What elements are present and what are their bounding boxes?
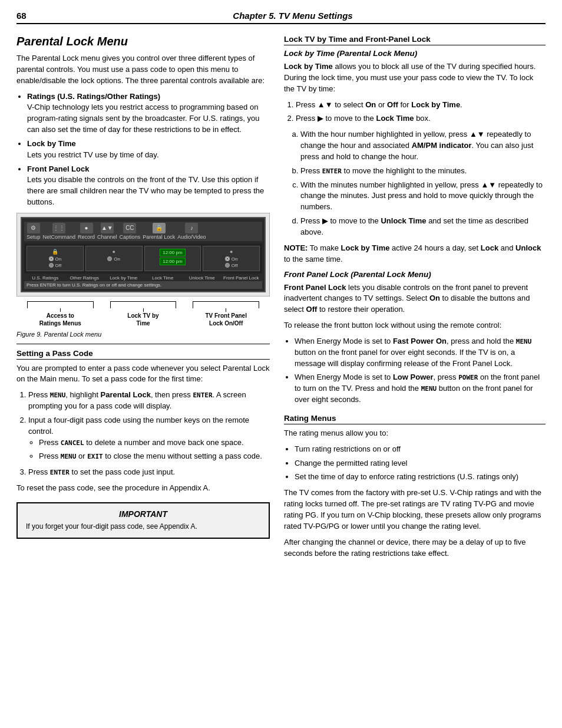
exit-key: EXIT: [87, 453, 103, 460]
enter-key-lbt: ENTER: [322, 167, 342, 175]
radio-on-other: [107, 256, 112, 261]
channel-icon: ▲▼: [101, 223, 114, 233]
radio-on: [49, 256, 54, 261]
label-us-ratings: U.S. Ratings: [27, 275, 64, 281]
label-other-ratings: Other Ratings: [66, 275, 104, 281]
content-area: Parental Lock Menu The Parental Lock men…: [16, 35, 546, 567]
sub-bullet-menu-exit: Press MENU or EXIT to close the menu wit…: [39, 451, 270, 462]
rating-menus-para2: After changing the channel or device, th…: [284, 537, 546, 559]
front-panel-toggle: On Off: [225, 256, 238, 268]
record-icon: ●: [80, 223, 93, 233]
menu-parental-lock: 🔒 Parental Lock: [143, 223, 175, 240]
passcode-steps: Press MENU, highlight Parental Lock, the…: [28, 390, 270, 478]
list-item: Front Panel Lock Lets you disable the co…: [27, 164, 270, 208]
lock-by-time-subtitle: Lock by Time (Parental Lock Menu): [284, 49, 546, 58]
lbt-step-2: Press ▶ to move to the Lock Time box.: [296, 113, 546, 124]
rm-bullet-3: Set the time of day to enforce rating re…: [295, 472, 546, 483]
lock-by-time-alpha-steps: With the hour number highlighted in yell…: [300, 129, 546, 238]
alpha-step-c: With the minutes number highlighted in y…: [300, 180, 546, 213]
figure-caption: Figure 9. Parental Lock menu: [16, 331, 270, 338]
bullet-list: Ratings (U.S. Ratings/Other Ratings) V-C…: [27, 91, 270, 208]
page: 68 Chapter 5. TV Menu Settings Parental …: [0, 0, 562, 728]
left-column: Parental Lock Menu The Parental Lock men…: [16, 35, 270, 567]
label-lock-time: Lock Time: [144, 275, 182, 281]
bracket-label-panel-main: TV Front Panel: [205, 312, 247, 319]
unlock-time-box: 12:00 pm: [160, 258, 185, 265]
tv-hint-text: Press ENTER to turn U.S. Ratings on or o…: [27, 282, 161, 288]
menu-key-fp2: MENU: [421, 385, 437, 393]
lock-tv-title: Lock TV by Time and Front-Panel Lock: [284, 35, 546, 45]
on-bold-fp: On: [429, 294, 440, 302]
tv-front-panel-lock: ● On Off: [203, 246, 260, 271]
tv-content-area: 🔒 On Off: [24, 243, 262, 274]
rating-menus-para1: The TV comes from the factory with pre-s…: [284, 487, 546, 532]
lock-by-time-intro: Lock by Time allows you to block all use…: [284, 61, 546, 95]
menu-audio-video: ♪ Audio/Video: [177, 223, 206, 240]
sub-bullet-cancel: Press CANCEL to delete a number and move…: [39, 437, 270, 449]
label-lock-by-time: Lock by Time: [105, 275, 143, 281]
bracket-label-panel-sub: Lock On/Off: [209, 320, 243, 327]
chapter-title: Chapter 5. TV Menu Settings: [40, 11, 546, 21]
note-label: NOTE:: [284, 243, 308, 252]
parental-lock-icon: 🔒: [153, 223, 166, 233]
bracket-diagram: Access to Ratings Menus Lock TV by Time: [16, 301, 270, 327]
tv-us-ratings: 🔒 On Off: [27, 246, 84, 271]
lock-time-box: 12:00 pm: [160, 249, 185, 256]
passcode-intro: You are prompted to enter a pass code wh…: [16, 363, 270, 386]
cancel-key: CANCEL: [61, 439, 84, 447]
off-bold-fp: Off: [306, 305, 318, 314]
tv-hint-bar: Press ENTER to turn U.S. Ratings on or o…: [24, 281, 262, 289]
menu-key-fp: MENU: [516, 338, 532, 345]
note-lbt-bold: Lock by Time: [341, 243, 390, 252]
radio-off: [49, 263, 54, 268]
list-item: Ratings (U.S. Ratings/Other Ratings) V-C…: [27, 91, 270, 136]
menu-channel: ▲▼ Channel: [97, 223, 117, 240]
fp-bullet-2: When Energy Mode is set to Low Power, pr…: [295, 372, 546, 406]
menu-bar: ⚙ Setup ⋮⋮ NetCommand ● Record ▲▼: [24, 222, 262, 241]
release-text: To release the front button lock without…: [284, 320, 546, 331]
page-header: 68 Chapter 5. TV Menu Settings: [16, 11, 546, 24]
important-title: IMPORTANT: [26, 509, 260, 519]
power-key: POWER: [458, 374, 478, 381]
netcommand-icon: ⋮⋮: [52, 223, 65, 233]
rating-menus-title: Rating Menus: [284, 414, 546, 424]
menu-captions: CC Captions: [120, 223, 141, 240]
rating-menus-intro: The rating menus allow you to:: [284, 428, 546, 439]
lock-time-bold: Lock Time: [376, 114, 414, 123]
right-column: Lock TV by Time and Front-Panel Lock Loc…: [284, 35, 546, 567]
bullet-label-3: Front Panel Lock: [27, 164, 89, 173]
passcode-step-2: Input a four-digit pass code using the n…: [28, 415, 270, 462]
passcode-section-title: Setting a Pass Code: [16, 349, 270, 360]
rating-menus-section: Rating Menus The rating menus allow you …: [284, 414, 546, 559]
bracket-label-ratings-sub: Ratings Menus: [39, 320, 81, 327]
label-unlock-time: Unlock Time: [183, 275, 221, 281]
rating-menus-bullets: Turn rating restrictions on or off Chang…: [295, 444, 546, 483]
bracket-item-ratings: Access to Ratings Menus: [19, 301, 102, 327]
reset-text: To reset the pass code, see the procedur…: [16, 483, 270, 494]
menu-netcommand: ⋮⋮ NetCommand: [43, 223, 76, 240]
bracket-label-time-main: Lock TV by: [127, 312, 158, 319]
menu-record: ● Record: [78, 223, 95, 240]
lock-by-time-subsection: Lock by Time (Parental Lock Menu) Lock b…: [284, 49, 546, 265]
enter-key-2: ENTER: [50, 469, 70, 476]
tv-lock-by-time: 12:00 pm 12:00 pm: [144, 246, 201, 271]
front-panel-intro: Front Panel Lock lets you disable contro…: [284, 282, 546, 316]
bracket-item-panel: TV Front Panel Lock On/Off: [184, 301, 267, 327]
rm-bullet-1: Turn rating restrictions on or off: [295, 444, 546, 455]
important-box: IMPORTANT If you forget your four-digit …: [16, 502, 270, 539]
audio-video-icon: ♪: [185, 223, 198, 233]
tv-menu-image: ⚙ Setup ⋮⋮ NetCommand ● Record ▲▼: [16, 213, 270, 297]
parental-lock-title: Parental Lock Menu: [16, 35, 270, 48]
lock-by-time-steps: Press ▲▼ to select On or Off for Lock by…: [296, 100, 546, 125]
radio-off-fp: [225, 263, 230, 268]
tv-section-labels: U.S. Ratings Other Ratings Lock by Time …: [24, 275, 262, 281]
label-front-panel-lock: Front Panel Lock: [223, 275, 260, 281]
note-lock-bold: Lock: [481, 243, 498, 252]
front-panel-subtitle: Front Panel Lock (Parental Lock Menu): [284, 270, 546, 279]
passcode-sub-bullets: Press CANCEL to delete a number and move…: [39, 437, 270, 463]
menu-key-1: MENU: [50, 391, 66, 399]
bullet-text-3: Lets you disable the controls on the fro…: [27, 175, 264, 206]
bullet-text-1: V-Chip technology lets you restrict acce…: [27, 103, 260, 134]
us-ratings-toggle: On Off: [49, 256, 62, 268]
bullet-label-1: Ratings (U.S. Ratings/Other Ratings): [27, 92, 160, 101]
